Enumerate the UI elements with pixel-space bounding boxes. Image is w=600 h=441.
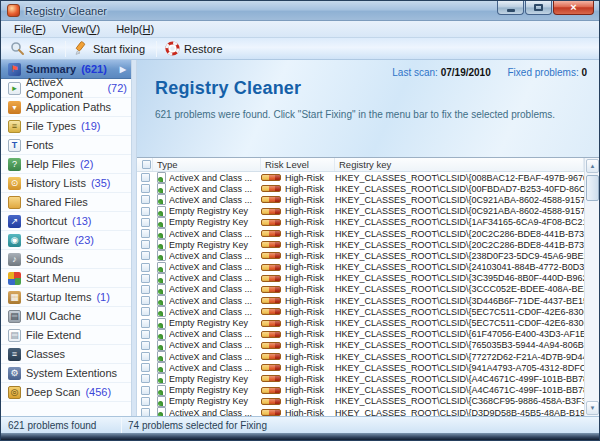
column-header-risk-level[interactable]: Risk Level [261, 158, 335, 171]
menu-view[interactable]: View(V) [55, 22, 107, 36]
table-row[interactable]: ActiveX and Class ... High-Risk HKEY_CLA… [137, 306, 584, 317]
table-row[interactable]: ActiveX and Class ... High-Risk HKEY_CLA… [137, 228, 584, 239]
sidebar-item-deep-scan[interactable]: Deep Scan (456) ▶ [1, 383, 131, 402]
scan-button-label: Scan [29, 43, 54, 55]
scroll-up-button[interactable]: ▲ [586, 159, 599, 173]
sidebar-item-sounds[interactable]: Sounds ▶ [1, 250, 131, 269]
sidebar-item-shortcut[interactable]: Shortcut (13) ▶ [1, 212, 131, 231]
registry-entry-icon [157, 318, 166, 329]
row-checkbox[interactable] [141, 319, 150, 328]
table-row[interactable]: ActiveX and Class ... High-Risk HKEY_CLA… [137, 329, 584, 340]
risk-level-icon [261, 252, 281, 259]
table-row[interactable]: ActiveX and Class ... High-Risk HKEY_CLA… [137, 194, 584, 205]
row-checkbox[interactable] [141, 330, 150, 339]
select-all-checkbox[interactable] [137, 158, 153, 171]
sidebar-item-software[interactable]: Software (23) ▶ [1, 231, 131, 250]
table-row[interactable]: Empty Registry Key High-Risk HKEY_CLASSE… [137, 373, 584, 384]
menu-help[interactable]: Help(H) [109, 22, 161, 36]
table-row[interactable]: ActiveX and Class ... High-Risk HKEY_CLA… [137, 284, 584, 295]
scroll-down-button[interactable]: ▼ [586, 401, 599, 415]
row-checkbox[interactable] [141, 408, 150, 416]
row-checkbox[interactable] [141, 251, 150, 260]
row-checkbox[interactable] [141, 184, 150, 193]
table-row[interactable]: ActiveX and Class ... High-Risk HKEY_CLA… [137, 407, 584, 416]
sidebar-item-app-paths[interactable]: Application Paths ▶ [1, 98, 131, 117]
table-row[interactable]: ActiveX and Class ... High-Risk HKEY_CLA… [137, 273, 584, 284]
row-checkbox[interactable] [141, 207, 150, 216]
sidebar-item-startup-items[interactable]: Startup Items (1) ▶ [1, 288, 131, 307]
fonts-icon [8, 139, 21, 152]
minimize-button[interactable] [497, 1, 524, 15]
table-row[interactable]: ActiveX and Class ... High-Risk HKEY_CLA… [137, 183, 584, 194]
row-checkbox[interactable] [141, 386, 150, 395]
row-checkbox[interactable] [141, 274, 150, 283]
row-checkbox[interactable] [141, 296, 150, 305]
row-checkbox[interactable] [141, 397, 150, 406]
sidebar-item-classes[interactable]: Classes ▶ [1, 345, 131, 364]
table-row[interactable]: ActiveX and Class ... High-Risk HKEY_CLA… [137, 351, 584, 362]
row-checkbox[interactable] [141, 374, 150, 383]
row-checkbox[interactable] [141, 341, 150, 350]
sidebar-item-fonts[interactable]: Fonts ▶ [1, 136, 131, 155]
table-row[interactable]: Empty Registry Key High-Risk HKEY_CLASSE… [137, 206, 584, 217]
cell-type: Empty Registry Key [169, 318, 248, 328]
restore-button[interactable]: Restore [160, 40, 231, 57]
sidebar-item-mui-cache[interactable]: MUI Cache ▶ [1, 307, 131, 326]
risk-level-icon [261, 342, 281, 349]
sidebar-item-system-extentions[interactable]: System Extentions ▶ [1, 364, 131, 383]
cell-type: ActiveX and Class ... [169, 173, 252, 183]
menu-file[interactable]: File(F) [7, 22, 53, 36]
sidebar-item-shared-files[interactable]: Shared Files ▶ [1, 193, 131, 212]
cell-registry-key: HKEY_CLASSES_ROOT\CLSID\{3CCC052E-BDEE-4… [335, 284, 584, 294]
column-header-type[interactable]: Type [153, 158, 261, 171]
sidebar-item-label: MUI Cache [26, 310, 81, 322]
scan-button[interactable]: Scan [5, 40, 62, 57]
table-scrollbar[interactable]: ▲ ▼ [584, 158, 599, 416]
row-checkbox[interactable] [141, 363, 150, 372]
table-row[interactable]: ActiveX and Class ... High-Risk HKEY_CLA… [137, 262, 584, 273]
cell-type: Empty Registry Key [169, 217, 248, 227]
table-row[interactable]: Empty Registry Key High-Risk HKEY_CLASSE… [137, 396, 584, 407]
cell-type: Empty Registry Key [169, 374, 248, 384]
cell-risk-level: High-Risk [285, 340, 324, 350]
sidebar-item-start-menu[interactable]: Start Menu ▶ [1, 269, 131, 288]
risk-level-icon [261, 375, 281, 382]
cell-registry-key: HKEY_CLASSES_ROOT\CLSID\{0C921ABA-8602-4… [335, 195, 584, 205]
sidebar-item-help-files[interactable]: Help Files (2) ▶ [1, 155, 131, 174]
row-checkbox[interactable] [141, 307, 150, 316]
registry-entry-icon [157, 295, 166, 306]
sidebar-item-activex[interactable]: ActiveX Component (72) ▶ [1, 79, 131, 98]
row-checkbox[interactable] [141, 229, 150, 238]
start-fixing-button[interactable]: Start fixing [69, 40, 153, 57]
maximize-button[interactable] [525, 1, 552, 15]
row-checkbox[interactable] [141, 173, 150, 182]
table-row[interactable]: Empty Registry Key High-Risk HKEY_CLASSE… [137, 217, 584, 228]
table-body: ActiveX and Class ... High-Risk HKEY_CLA… [137, 172, 599, 416]
sidebar-item-count: (23) [74, 234, 94, 246]
cell-risk-level: High-Risk [285, 363, 324, 373]
table-row[interactable]: ActiveX and Class ... High-Risk HKEY_CLA… [137, 250, 584, 261]
table-row[interactable]: Empty Registry Key High-Risk HKEY_CLASSE… [137, 385, 584, 396]
registry-entry-icon [157, 306, 166, 317]
row-checkbox[interactable] [141, 285, 150, 294]
row-checkbox[interactable] [141, 352, 150, 361]
column-header-registry-key[interactable]: Registry key [335, 158, 584, 171]
table-row[interactable]: ActiveX and Class ... High-Risk HKEY_CLA… [137, 172, 584, 183]
risk-level-icon [261, 320, 281, 327]
sidebar-item-file-extend[interactable]: File Extend ▶ [1, 326, 131, 345]
close-button[interactable]: × [553, 1, 594, 15]
scrollbar-thumb[interactable] [586, 175, 599, 201]
table-row[interactable]: ActiveX and Class ... High-Risk HKEY_CLA… [137, 295, 584, 306]
cell-registry-key: HKEY_CLASSES_ROOT\CLSID\{0C921ABA-8602-4… [335, 206, 584, 216]
sidebar-item-file-types[interactable]: File Types (19) ▶ [1, 117, 131, 136]
table-row[interactable]: Empty Registry Key High-Risk HKEY_CLASSE… [137, 317, 584, 328]
sidebar-item-history-lists[interactable]: History Lists (35) ▶ [1, 174, 131, 193]
registry-entry-icon [157, 373, 166, 384]
table-row[interactable]: ActiveX and Class ... High-Risk HKEY_CLA… [137, 340, 584, 351]
row-checkbox[interactable] [141, 195, 150, 204]
row-checkbox[interactable] [141, 240, 150, 249]
table-row[interactable]: ActiveX and Class ... High-Risk HKEY_CLA… [137, 362, 584, 373]
row-checkbox[interactable] [141, 263, 150, 272]
table-row[interactable]: Empty Registry Key High-Risk HKEY_CLASSE… [137, 239, 584, 250]
row-checkbox[interactable] [141, 218, 150, 227]
